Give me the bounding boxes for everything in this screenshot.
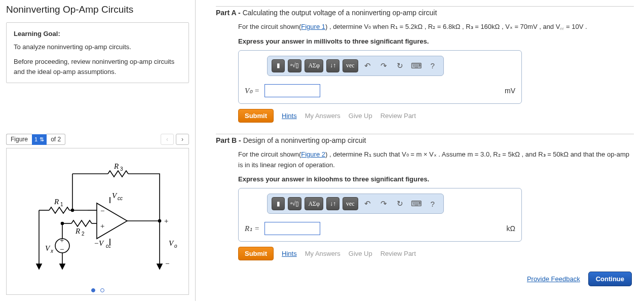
svg-point-8 <box>71 209 74 212</box>
figure-1-link[interactable]: Figure 1 <box>301 23 325 30</box>
figure-total: of 2 <box>47 134 65 145</box>
help-icon[interactable]: ? <box>426 59 439 72</box>
figure-dot-1[interactable] <box>91 288 95 292</box>
part-b-var-label: R₁ = <box>245 224 259 233</box>
svg-text:3: 3 <box>120 166 123 172</box>
part-a-answer-input[interactable] <box>264 84 320 97</box>
main-content: Part A - Calculating the output voltage … <box>196 0 644 301</box>
part-b-title: Design of a noninverting op-amp circuit <box>243 136 366 144</box>
svg-text:cc: cc <box>106 243 111 249</box>
provide-feedback-link[interactable]: Provide Feedback <box>527 275 580 283</box>
part-a-var-label: V₀ = <box>245 86 259 95</box>
part-a-answer-box: ▮ ⁿ√▯ ΑΣφ ↓↑ vec ↶ ↷ ↻ ⌨ ? V₀ = mV <box>238 50 522 104</box>
hints-link[interactable]: Hints <box>282 112 297 120</box>
part-a-unit: mV <box>505 87 515 95</box>
vec-button[interactable]: vec <box>343 197 358 210</box>
part-a-label: Part A - <box>216 9 243 17</box>
chevron-updown-icon: ⇅ <box>40 136 44 143</box>
svg-text:V: V <box>169 239 174 247</box>
svg-text:R: R <box>113 162 119 170</box>
sqrt-button[interactable]: ⁿ√▯ <box>288 59 301 72</box>
part-b-instruction: Express your answer in kiloohms to three… <box>238 175 634 183</box>
review-part-link[interactable]: Review Part <box>381 250 416 257</box>
part-a-actions: Submit Hints My Answers Give Up Review P… <box>238 109 634 123</box>
undo-icon[interactable]: ↶ <box>361 59 374 72</box>
figure-dot-2[interactable] <box>100 288 104 292</box>
part-b-actions: Submit Hints My Answers Give Up Review P… <box>238 247 634 260</box>
greek-button[interactable]: ΑΣφ <box>305 197 323 210</box>
circuit-diagram: − + + − <box>7 148 189 290</box>
my-answers-link[interactable]: My Answers <box>305 250 340 257</box>
part-a-body: For the circuit shown(Figure 1) , determ… <box>238 22 634 32</box>
figure-selector-bar: Figure 1 ⇅ of 2 ‹ › <box>6 134 189 145</box>
review-part-link[interactable]: Review Part <box>381 112 416 120</box>
part-b-submit-button[interactable]: Submit <box>238 247 274 260</box>
svg-text:−: − <box>59 245 64 253</box>
learning-goal-heading: Learning Goal: <box>14 29 181 39</box>
figure-number-select[interactable]: 1 ⇅ <box>32 134 47 145</box>
redo-icon[interactable]: ↷ <box>377 59 391 72</box>
svg-point-9 <box>61 222 64 225</box>
part-b-unit: kΩ <box>507 224 515 233</box>
keyboard-icon[interactable]: ⌨ <box>410 197 423 210</box>
arrows-button[interactable]: ↓↑ <box>326 197 339 210</box>
arrows-button[interactable]: ↓↑ <box>326 59 339 72</box>
svg-text:2: 2 <box>82 231 85 237</box>
give-up-link[interactable]: Give Up <box>349 112 372 120</box>
give-up-link[interactable]: Give Up <box>349 250 372 257</box>
part-a-toolbar: ▮ ⁿ√▯ ΑΣφ ↓↑ vec ↶ ↷ ↻ ⌨ ? <box>267 56 444 76</box>
svg-text:+: + <box>164 217 169 225</box>
reset-icon[interactable]: ↻ <box>394 197 407 210</box>
figure-canvas: − + + − <box>6 148 189 295</box>
svg-text:R: R <box>75 227 80 235</box>
part-b-answer-box: ▮ ⁿ√▯ ΑΣφ ↓↑ vec ↶ ↷ ↻ ⌨ ? R₁ = kΩ <box>238 188 522 242</box>
figure-next-button[interactable]: › <box>176 134 189 145</box>
part-b-answer-input[interactable] <box>264 222 320 235</box>
help-icon[interactable]: ? <box>426 197 439 210</box>
svg-text:−V: −V <box>94 239 104 247</box>
svg-text:V: V <box>45 244 51 252</box>
svg-text:x: x <box>50 248 54 254</box>
greek-button[interactable]: ΑΣφ <box>305 59 323 72</box>
part-b-header: Part B - Design of a noninverting op-amp… <box>216 136 634 144</box>
svg-text:V: V <box>112 192 118 200</box>
page-title: Noninverting Op-Amp Circuits <box>6 4 189 15</box>
undo-icon[interactable]: ↶ <box>361 197 374 210</box>
learning-goal-box: Learning Goal: To analyze noninverting o… <box>6 22 189 83</box>
part-a-instruction: Express your answer in millivolts to thr… <box>238 37 634 45</box>
part-a-submit-button[interactable]: Submit <box>238 109 274 123</box>
part-b-body: For the circuit shown(Figure 2) , determ… <box>238 149 634 171</box>
learning-goal-text: To analyze noninverting op-amp circuits. <box>14 42 181 52</box>
figure-label: Figure <box>6 134 32 145</box>
figure-current-value: 1 <box>34 136 37 142</box>
learning-goal-note: Before proceeding, review noninverting o… <box>14 57 181 77</box>
part-b-equation-row: R₁ = kΩ <box>245 222 515 235</box>
sqrt-button[interactable]: ⁿ√▯ <box>288 197 301 210</box>
part-b-label: Part B - <box>216 136 243 144</box>
vec-button[interactable]: vec <box>343 59 358 72</box>
redo-icon[interactable]: ↷ <box>377 197 391 210</box>
svg-point-2 <box>159 220 161 222</box>
chevron-left-icon: ‹ <box>166 136 168 143</box>
svg-text:cc: cc <box>118 196 123 201</box>
svg-text:o: o <box>174 243 177 249</box>
part-a-equation-row: V₀ = mV <box>245 84 515 97</box>
svg-text:R: R <box>54 198 59 206</box>
continue-button[interactable]: Continue <box>588 272 632 286</box>
my-answers-link[interactable]: My Answers <box>305 112 340 120</box>
svg-text:+: + <box>100 222 105 230</box>
part-a-header: Part A - Calculating the output voltage … <box>216 9 634 17</box>
reset-icon[interactable]: ↻ <box>394 59 407 72</box>
template-button[interactable]: ▮ <box>272 197 285 210</box>
figure-2-link[interactable]: Figure 2 <box>301 150 325 158</box>
svg-text:1: 1 <box>60 202 63 207</box>
svg-text:−: − <box>165 259 170 268</box>
template-button[interactable]: ▮ <box>272 59 285 72</box>
footer-row: Provide Feedback Continue <box>216 272 632 286</box>
figure-prev-button[interactable]: ‹ <box>161 134 174 145</box>
chevron-right-icon: › <box>181 136 183 143</box>
svg-text:+: + <box>59 236 64 244</box>
hints-link[interactable]: Hints <box>282 250 297 257</box>
part-b-toolbar: ▮ ⁿ√▯ ΑΣφ ↓↑ vec ↶ ↷ ↻ ⌨ ? <box>267 194 444 214</box>
keyboard-icon[interactable]: ⌨ <box>410 59 423 72</box>
